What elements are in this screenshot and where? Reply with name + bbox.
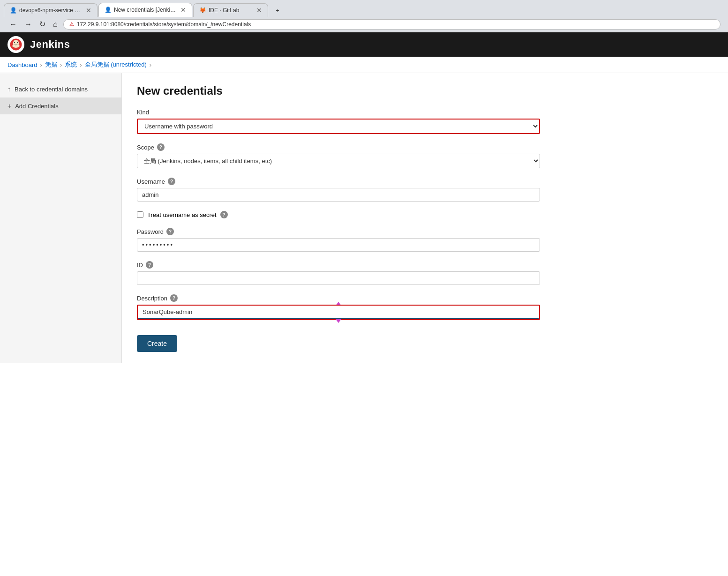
password-label: Password ? xyxy=(137,228,540,235)
breadcrumb-dashboard[interactable]: Dashboard xyxy=(8,61,38,68)
jenkins-title: Jenkins xyxy=(30,38,70,51)
tab-favicon-3: 🦊 xyxy=(199,7,206,14)
lock-icon: ⚠ xyxy=(69,21,74,27)
svg-point-4 xyxy=(17,42,18,43)
address-bar[interactable]: ⚠ 172.29.9.101:8080/credentials/store/sy… xyxy=(63,19,720,30)
tab-1[interactable]: 👤 devops6-npm-service Config... ✕ xyxy=(4,3,98,17)
breadcrumb-sep-2: › xyxy=(60,61,62,68)
id-field: ID ? xyxy=(137,261,540,285)
username-help-icon[interactable]: ? xyxy=(168,178,175,185)
refresh-button[interactable]: ↻ xyxy=(38,19,47,30)
description-field: Description ? xyxy=(137,294,540,320)
treat-username-row: Treat username as secret ? xyxy=(137,211,540,218)
svg-point-2 xyxy=(12,44,20,48)
kind-select-wrapper: Username with password Secret text Secre… xyxy=(137,119,540,134)
password-input[interactable] xyxy=(137,238,540,252)
tab-bar: 👤 devops6-npm-service Config... ✕ 👤 New … xyxy=(4,3,724,17)
tab-close-2[interactable]: ✕ xyxy=(180,6,186,14)
description-input[interactable] xyxy=(138,306,539,319)
scope-label: Scope ? xyxy=(137,143,540,151)
sidebar-back-button[interactable]: ↑ Back to credential domains xyxy=(0,81,121,97)
main-layout: ↑ Back to credential domains + Add Crede… xyxy=(0,73,728,363)
tab-label-1: devops6-npm-service Config... xyxy=(19,7,83,14)
page-title: New credentials xyxy=(137,84,713,97)
jenkins-header: Jenkins xyxy=(0,32,728,57)
breadcrumb: Dashboard › 凭据 › 系统 › 全局凭据 (unrestricted… xyxy=(0,57,728,73)
password-help-icon[interactable]: ? xyxy=(166,228,174,235)
kind-select[interactable]: Username with password Secret text Secre… xyxy=(138,120,539,133)
breadcrumb-credentials[interactable]: 凭据 xyxy=(45,60,57,69)
treat-username-help-icon[interactable]: ? xyxy=(220,211,228,218)
home-button[interactable]: ⌂ xyxy=(51,19,60,30)
forward-button[interactable]: → xyxy=(23,19,34,30)
new-tab-button[interactable]: + xyxy=(269,5,286,17)
jenkins-logo-svg xyxy=(9,38,23,51)
scope-field: Scope ? 全局 (Jenkins, nodes, items, all c… xyxy=(137,143,540,168)
content-area: New credentials Kind Username with passw… xyxy=(122,73,728,363)
tab-favicon-1: 👤 xyxy=(10,7,16,14)
svg-point-3 xyxy=(14,42,15,43)
description-input-wrapper xyxy=(137,305,540,320)
breadcrumb-sep-4: › xyxy=(150,61,151,68)
create-button[interactable]: Create xyxy=(137,335,177,352)
sidebar-back-label: Back to credential domains xyxy=(15,86,88,93)
new-tab-icon: + xyxy=(276,7,279,14)
username-label: Username ? xyxy=(137,178,540,185)
kind-field: Kind Username with password Secret text … xyxy=(137,109,540,134)
back-button[interactable]: ← xyxy=(8,19,19,30)
url-display: 172.29.9.101:8080/credentials/store/syst… xyxy=(77,21,714,28)
password-field: Password ? xyxy=(137,228,540,252)
id-help-icon[interactable]: ? xyxy=(146,261,153,269)
sidebar: ↑ Back to credential domains + Add Crede… xyxy=(0,73,122,363)
tab-favicon-2: 👤 xyxy=(105,7,111,13)
sidebar-add-credentials[interactable]: + Add Credentials xyxy=(0,97,121,114)
kind-label: Kind xyxy=(137,109,540,116)
username-field: Username ? xyxy=(137,178,540,202)
tab-2[interactable]: 👤 New credentials [Jenkins] ✕ xyxy=(98,3,192,17)
tab-3[interactable]: 🦊 IDE · GitLab ✕ xyxy=(193,3,268,17)
up-arrow-icon: ↑ xyxy=(8,85,11,93)
scope-help-icon[interactable]: ? xyxy=(157,143,165,151)
treat-username-label: Treat username as secret xyxy=(147,211,217,218)
tab-close-1[interactable]: ✕ xyxy=(86,7,91,14)
tab-label-3: IDE · GitLab xyxy=(209,7,254,14)
breadcrumb-global[interactable]: 全局凭据 (unrestricted) xyxy=(85,60,147,69)
treat-username-checkbox[interactable] xyxy=(137,211,143,218)
description-border-wrapper xyxy=(137,305,540,320)
description-label: Description ? xyxy=(137,294,540,302)
breadcrumb-system[interactable]: 系统 xyxy=(65,60,77,69)
credentials-form: Kind Username with password Secret text … xyxy=(137,109,540,352)
breadcrumb-sep-1: › xyxy=(40,61,42,68)
jenkins-logo xyxy=(8,36,24,53)
address-bar-row: ← → ↻ ⌂ ⚠ 172.29.9.101:8080/credentials/… xyxy=(4,17,724,32)
tab-close-3[interactable]: ✕ xyxy=(256,7,262,14)
plus-icon: + xyxy=(8,102,11,110)
breadcrumb-sep-3: › xyxy=(80,61,82,68)
cursor-bottom xyxy=(336,319,341,323)
browser-chrome: 👤 devops6-npm-service Config... ✕ 👤 New … xyxy=(0,0,728,32)
id-input[interactable] xyxy=(137,271,540,285)
username-input[interactable] xyxy=(137,188,540,202)
sidebar-add-label: Add Credentials xyxy=(15,103,59,110)
id-label: ID ? xyxy=(137,261,540,269)
tab-label-2: New credentials [Jenkins] xyxy=(114,7,178,13)
scope-select[interactable]: 全局 (Jenkins, nodes, items, all child ite… xyxy=(137,154,540,168)
description-help-icon[interactable]: ? xyxy=(170,294,178,302)
